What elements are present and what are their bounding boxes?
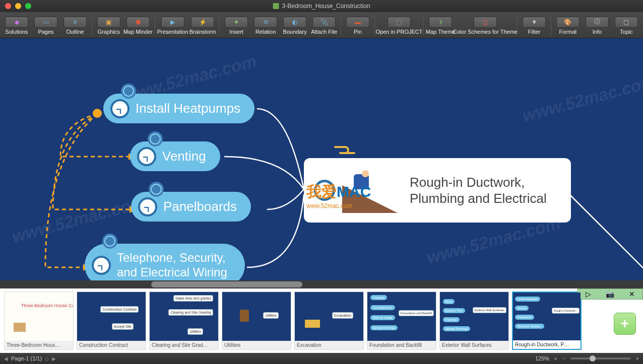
tool-label: Insert xyxy=(229,29,243,35)
thumbnail-preview: BrickExterior TrimFootingsSpread Footing… xyxy=(440,292,508,341)
brainstorm-button[interactable]: ⚡Brainstorm xyxy=(188,16,217,35)
node-main-roughin[interactable]: Rough-in Ductwork, Plumbing and Electric… xyxy=(304,158,571,223)
thumbnail-slide[interactable]: Three-Bedroom House ConstructionThree-Be… xyxy=(4,292,74,350)
thumbnail-preview: Stake lines and gradesClearing and Site … xyxy=(150,292,218,341)
zoom-slider[interactable] xyxy=(570,357,631,359)
maptheme-button[interactable]: ⫴Map Theme xyxy=(426,16,456,35)
tool-label: Relation xyxy=(255,29,276,35)
zoom-in-icon[interactable]: + xyxy=(636,355,639,361)
topic-button[interactable]: ▢Topic xyxy=(612,16,641,35)
tool-label: Outline xyxy=(67,29,84,35)
add-slide-button[interactable]: + xyxy=(614,313,636,335)
document-icon xyxy=(273,3,279,9)
format-button[interactable]: 🎨Format xyxy=(553,16,583,35)
insert-icon: ✦ xyxy=(225,17,248,28)
watermark: www.52mac.com xyxy=(10,192,148,246)
clock-badge-icon xyxy=(149,182,164,197)
pages-button[interactable]: ▭Pages xyxy=(31,16,60,35)
zoom-out-icon[interactable]: − xyxy=(562,355,565,361)
node-install-heatpumps[interactable]: Install Heatpumps xyxy=(103,94,254,123)
hub-node[interactable] xyxy=(93,109,102,118)
horizontal-scrollbar[interactable] xyxy=(0,280,635,288)
tool-label: Open in PROJECT xyxy=(376,29,423,35)
info-icon: ⓘ xyxy=(586,17,609,28)
prev-page-icon[interactable]: ◀ xyxy=(4,356,8,361)
node-telephone-security-wiring[interactable]: Telephone, Security, and Electrical Wiri… xyxy=(85,244,245,280)
tool-label: Map Theme xyxy=(426,29,456,35)
tool-label: Map Minder xyxy=(123,29,153,35)
tool-label: Filter xyxy=(528,29,540,35)
clock-badge-icon xyxy=(102,234,117,249)
mindmap-canvas[interactable]: www.52mac.com www.52mac.com www.52mac.co… xyxy=(0,38,643,280)
zoom-value[interactable]: 125% xyxy=(535,355,549,361)
thumbnail-slide[interactable]: Construction ContractAccept SiteConstruc… xyxy=(77,292,146,350)
thumbnail-slide[interactable]: UtilitiesUtilities xyxy=(222,292,291,350)
maximize-window-icon[interactable] xyxy=(25,3,31,9)
presentation-button[interactable]: ▶Presentation xyxy=(157,16,188,35)
next-page-icon[interactable]: ▶ xyxy=(52,356,56,361)
minimize-window-icon[interactable] xyxy=(15,3,21,9)
maptheme-icon: ⫴ xyxy=(429,17,452,28)
thumbnail-label: Three-Bedroom Hous… xyxy=(5,341,73,349)
thumbnail-preview: Excavation xyxy=(295,292,363,341)
tool-label: Brainstorm xyxy=(189,29,216,35)
thumbnail-slide[interactable]: Stake lines and gradesClearing and Site … xyxy=(149,292,219,350)
node-venting[interactable]: Venting xyxy=(130,141,220,171)
graphics-button[interactable]: ▣Graphics xyxy=(94,16,123,35)
graphics-icon: ▣ xyxy=(97,17,120,28)
zoom-dropdown-icon[interactable]: ▾ xyxy=(554,356,557,361)
thumbnail-slide[interactable]: BrickExterior TrimFootingsSpread Footing… xyxy=(439,292,509,350)
tool-label: Graphics xyxy=(98,29,120,35)
page-dropdown-icon[interactable]: ◇ xyxy=(45,356,49,361)
window-title: 3-Bedroom_House_Construction xyxy=(273,3,370,10)
solutions-icon: ◆ xyxy=(5,17,28,28)
thumbnail-preview: Three-Bedroom House Construction xyxy=(5,292,73,341)
info-button[interactable]: ⓘInfo xyxy=(583,16,612,35)
mapminder-button[interactable]: ⬣Map Minder xyxy=(123,16,153,35)
node-label: Venting xyxy=(162,149,206,164)
brainstorm-icon: ⚡ xyxy=(191,17,214,28)
topic-icon: ▢ xyxy=(615,17,638,28)
thumbnail-slide[interactable]: ExcavationExcavation xyxy=(294,292,364,350)
filter-button[interactable]: ▼Filter xyxy=(520,16,549,35)
close-icon[interactable]: ✕ xyxy=(629,290,635,298)
thumbnail-label: Excavation xyxy=(295,341,363,349)
presentation-icon: ▶ xyxy=(161,17,184,28)
outline-icon: ≡ xyxy=(63,17,87,28)
play-icon[interactable]: ▷ xyxy=(586,290,591,298)
clock-icon xyxy=(137,147,156,166)
thumbnail-label: Construction Contract xyxy=(77,341,146,349)
window-title-text: 3-Bedroom_House_Construction xyxy=(282,3,370,10)
node-panelboards[interactable]: Panelboards xyxy=(131,192,251,222)
tool-label: Boundary xyxy=(283,29,307,35)
pin-button[interactable]: ▬Pin xyxy=(343,16,372,35)
canvas-area: www.52mac.com www.52mac.com www.52mac.co… xyxy=(0,38,643,288)
statusbar: ◀ Page-1 (1/1) ◇ ▶ 125% ▾ − + xyxy=(0,353,643,364)
colorschemes-button[interactable]: ◫Color Schemes for Theme xyxy=(456,16,516,35)
openproject-button[interactable]: ⬚Open in PROJECT xyxy=(377,16,421,35)
tool-label: Topic xyxy=(620,29,633,35)
outline-button[interactable]: ≡Outline xyxy=(60,16,90,35)
relation-button[interactable]: ⟲Relation xyxy=(251,16,280,35)
node-label: Panelboards xyxy=(163,199,237,214)
mapminder-icon: ⬣ xyxy=(126,17,150,28)
page-label[interactable]: Page-1 (1/1) xyxy=(11,355,42,361)
thumbnail-label: Foundation and Backfill xyxy=(367,341,436,349)
attachfile-button[interactable]: 📎Attach File xyxy=(309,16,339,35)
thumbnail-label: Exterior Wall Surfaces xyxy=(440,341,508,349)
insert-button[interactable]: ✦Insert xyxy=(222,16,251,35)
watermark: www.52mac.com xyxy=(521,71,643,125)
duct-icon xyxy=(334,144,356,156)
thumbnail-slide[interactable]: FootingsConcrete PourSlab on GradeSpread… xyxy=(367,292,436,350)
tool-label: Presentation xyxy=(157,29,188,35)
close-window-icon[interactable] xyxy=(5,3,11,9)
attachfile-icon: 📎 xyxy=(312,17,336,28)
camera-icon[interactable]: 📷 xyxy=(606,290,614,298)
scrollbar-thumb[interactable] xyxy=(151,281,302,287)
boundary-button[interactable]: ◐Boundary xyxy=(280,16,309,35)
thumbnail-label: Utilities xyxy=(222,341,291,349)
thumbnail-slide[interactable]: Install HeatpumpsVentingPanelboardsTelep… xyxy=(512,292,582,350)
format-icon: 🎨 xyxy=(556,17,580,28)
thumbnail-label: Rough-in Ductwork, P… xyxy=(513,340,581,349)
solutions-button[interactable]: ◆Solutions xyxy=(2,16,31,35)
